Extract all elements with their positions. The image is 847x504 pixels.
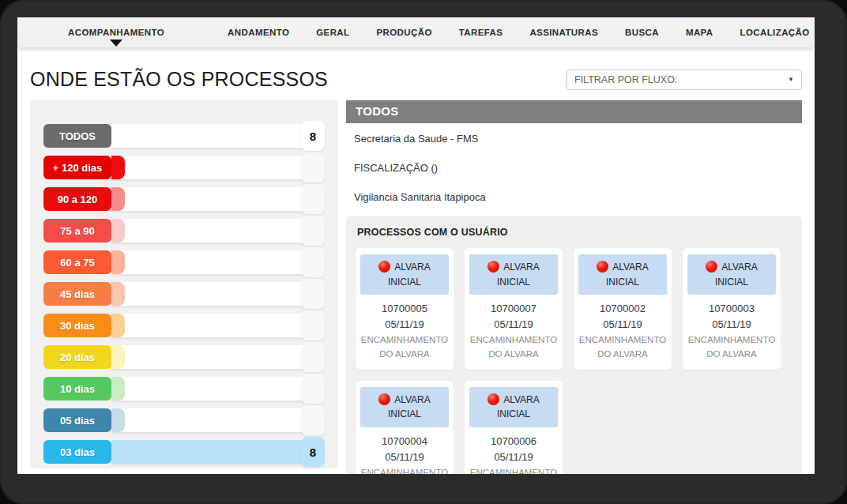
detail-panel: TODOS Secretaria da Saude - FMSFISCALIZA… (346, 100, 802, 474)
aging-bucket-track (111, 408, 323, 432)
process-card[interactable]: ALVARA INICIAL 10700007 05/11/19 ENCAMIN… (465, 248, 563, 370)
red-status-icon (378, 393, 390, 405)
aging-bucket-fill (111, 156, 125, 179)
nav-tab[interactable]: ANDAMENTO (226, 24, 291, 40)
nav-tab[interactable]: PRODUÇÃO (375, 24, 433, 40)
aging-bars: TODOS 8 + 120 dias (43, 124, 325, 464)
aging-bucket-track (111, 377, 323, 401)
header-row: ONDE ESTÃO OS PROCESSOS FILTRAR POR FLUX… (30, 68, 802, 91)
aging-bucket-label[interactable]: 20 dias (43, 345, 111, 369)
aging-bucket-row[interactable]: 03 dias 8 (43, 440, 325, 464)
top-navbar: ACOMPANHAMENTO ANDAMENTO GERAL PRODUÇÃO … (17, 17, 815, 47)
process-card[interactable]: ALVARA INICIAL 10700006 05/11/19 ENCAMIN… (465, 381, 563, 474)
active-tab-caret-icon (110, 39, 122, 47)
process-number: 10700002 (578, 301, 667, 317)
page-body: ONDE ESTÃO OS PROCESSOS FILTRAR POR FLUX… (17, 68, 815, 474)
process-number: 10700006 (469, 434, 558, 449)
aging-bucket-label[interactable]: TODOS (43, 124, 111, 148)
flow-filter-label: FILTRAR POR FLUXO: (574, 74, 677, 85)
process-card[interactable]: ALVARA INICIAL 10700005 05/11/19 ENCAMIN… (356, 248, 454, 370)
process-card[interactable]: ALVARA INICIAL 10700002 05/11/19 ENCAMIN… (574, 248, 672, 370)
aging-bucket-fill (111, 345, 125, 369)
aging-bucket-label[interactable]: 90 a 120 (43, 187, 111, 211)
process-date: 05/11/19 (578, 317, 667, 333)
process-type-badge: ALVARA INICIAL (469, 387, 558, 427)
aging-bucket-label[interactable]: 05 dias (43, 408, 111, 432)
nav-tab[interactable]: GERAL (314, 24, 351, 40)
aging-bucket-track (111, 156, 323, 179)
process-date: 05/11/19 (469, 449, 558, 465)
red-status-icon (487, 261, 499, 273)
content-columns: TODOS 8 + 120 dias (30, 100, 802, 474)
red-status-icon (487, 393, 499, 405)
red-status-icon (378, 261, 390, 273)
flow-filter-select[interactable]: FILTRAR POR FLUXO: ▼ (567, 70, 802, 90)
process-status: ENCAMINHAMENTO DO ALVARA (360, 466, 449, 474)
aging-bucket-count (301, 247, 325, 277)
process-type-badge: ALVARA INICIAL (578, 254, 667, 295)
process-number: 10700004 (360, 434, 449, 449)
aging-bucket-count (301, 374, 325, 404)
aging-bucket-row[interactable]: TODOS 8 (43, 124, 325, 148)
org-list-item[interactable]: FISCALIZAÇÃO () (346, 152, 802, 182)
aging-bucket-row[interactable]: 10 dias (43, 377, 325, 401)
red-status-icon (706, 261, 717, 273)
aging-bucket-label[interactable]: 30 dias (43, 314, 111, 337)
aging-bucket-track (111, 314, 323, 337)
process-card[interactable]: ALVARA INICIAL 10700004 05/11/19 ENCAMIN… (356, 381, 454, 474)
process-card[interactable]: ALVARA INICIAL 10700003 05/11/19 ENCAMIN… (683, 248, 781, 370)
aging-bucket-label[interactable]: 10 dias (43, 377, 111, 401)
aging-bucket-count (301, 342, 325, 372)
nav-tab[interactable]: ACOMPANHAMENTO (66, 24, 166, 40)
aging-bucket-row[interactable]: 45 dias (43, 282, 325, 306)
aging-bucket-count (301, 279, 325, 309)
aging-bucket-fill (111, 440, 323, 464)
app-page: ACOMPANHAMENTO ANDAMENTO GERAL PRODUÇÃO … (17, 17, 815, 474)
process-type-badge: ALVARA INICIAL (469, 254, 558, 295)
nav-tab[interactable]: BUSCA (623, 24, 661, 40)
aging-bucket-track: 8 (111, 440, 323, 464)
aging-bucket-count (301, 310, 325, 340)
process-status: ENCAMINHAMENTO DO ALVARA (469, 333, 558, 362)
aging-bucket-label[interactable]: + 120 dias (43, 156, 111, 179)
nav-tab[interactable]: TAREFAS (457, 24, 505, 40)
aging-bucket-track (111, 219, 323, 243)
aging-bucket-row[interactable]: 20 dias (43, 345, 325, 369)
aging-bucket-fill (111, 282, 125, 306)
aging-bucket-label[interactable]: 03 dias (43, 440, 111, 464)
aging-bucket-count (301, 184, 325, 214)
aging-bucket-fill (111, 250, 125, 274)
process-status: ENCAMINHAMENTO DO ALVARA (469, 466, 558, 474)
nav-tab[interactable]: ASSINATURAS (528, 24, 600, 40)
aging-bucket-row[interactable]: 60 a 75 (43, 250, 325, 274)
process-date: 05/11/19 (687, 317, 776, 333)
org-list-item[interactable]: Secretaria da Saude - FMS (346, 123, 802, 152)
aging-bucket-row[interactable]: 05 dias (43, 408, 325, 432)
detail-panel-header: TODOS (346, 100, 802, 123)
process-date: 05/11/19 (360, 449, 449, 465)
chevron-down-icon: ▼ (788, 76, 794, 83)
aging-bucket-label[interactable]: 60 a 75 (43, 250, 111, 274)
aging-bucket-row[interactable]: + 120 dias (43, 156, 325, 179)
process-cards: ALVARA INICIAL 10700005 05/11/19 ENCAMIN… (356, 248, 792, 474)
aging-bucket-count (301, 216, 325, 246)
nav-tab[interactable]: MAPA (684, 24, 715, 40)
aging-bucket-track: 8 (111, 124, 323, 148)
process-date: 05/11/19 (469, 317, 558, 333)
aging-bucket-row[interactable]: 30 dias (43, 314, 325, 337)
aging-bucket-label[interactable]: 75 a 90 (43, 219, 111, 243)
aging-bucket-track (111, 282, 323, 306)
aging-bucket-label[interactable]: 45 dias (43, 282, 111, 306)
page-title: ONDE ESTÃO OS PROCESSOS (30, 68, 328, 91)
aging-panel: TODOS 8 + 120 dias (30, 100, 338, 468)
process-type-badge: ALVARA INICIAL (360, 387, 449, 427)
aging-bucket-fill (111, 187, 125, 211)
aging-bucket-row[interactable]: 90 a 120 (43, 187, 325, 211)
org-list-item[interactable]: Vigilancia Sanitaria Itapipoca (346, 182, 802, 211)
nav-tab[interactable]: LOCALIZAÇÃO (739, 24, 811, 40)
red-status-icon (597, 261, 608, 273)
aging-bucket-row[interactable]: 75 a 90 (43, 219, 325, 243)
process-status: ENCAMINHAMENTO DO ALVARA (687, 333, 776, 362)
process-number: 10700005 (360, 301, 449, 317)
process-status: ENCAMINHAMENTO DO ALVARA (360, 333, 449, 362)
